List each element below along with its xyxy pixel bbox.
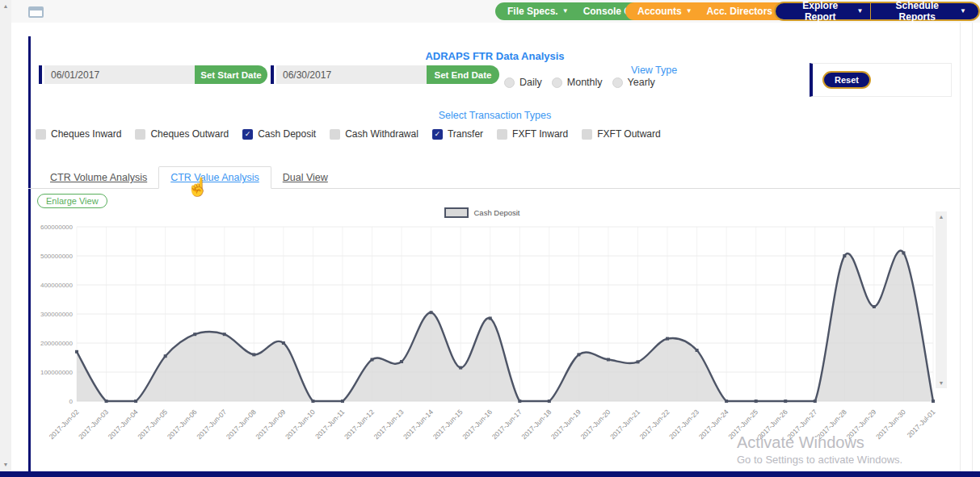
x-axis-tick-label: 2017-Jun-14 <box>402 408 435 441</box>
checked-checkbox-icon[interactable]: ✓ <box>242 129 253 140</box>
data-point-marker <box>164 354 167 358</box>
x-axis-tick-label: 2017-Jun-10 <box>284 408 317 441</box>
tab-ctr-volume-analysis[interactable]: CTR Volume Analysis <box>39 167 158 188</box>
divider <box>960 23 961 471</box>
enlarge-view-button[interactable]: Enlarge View <box>37 194 107 208</box>
scroll-up-icon[interactable]: ▲ <box>936 214 947 220</box>
end-date-input[interactable] <box>276 65 427 84</box>
scroll-up-icon[interactable]: ▲ <box>0 3 11 9</box>
view-type-radio-yearly[interactable]: Yearly <box>612 77 655 88</box>
chevron-down-icon: ▼ <box>960 8 966 15</box>
transaction-types-label: Select Transaction Types <box>28 110 961 121</box>
x-axis-tick-label: 2017-Jun-18 <box>519 408 553 441</box>
button-label: File Specs. <box>507 6 558 17</box>
data-point-marker <box>459 366 462 370</box>
data-point-marker <box>932 400 935 403</box>
x-axis-tick-label: 2017-Jun-12 <box>343 408 376 441</box>
unchecked-checkbox-icon[interactable] <box>135 129 145 140</box>
view-type-radio-group: DailyMonthlyYearly <box>504 76 655 89</box>
scroll-down-icon[interactable]: ▼ <box>936 380 947 386</box>
checkbox-cash-deposit[interactable]: ✓Cash Deposit <box>242 128 316 140</box>
checkbox-label: Cash Deposit <box>258 128 316 140</box>
reset-button[interactable]: Reset <box>822 71 871 89</box>
checkbox-fxft-outward[interactable]: FXFT Outward <box>582 128 660 140</box>
checkbox-label: Transfer <box>448 128 483 140</box>
x-axis-tick-label: 2017-Jun-11 <box>313 408 347 441</box>
watermark-line1: Activate Windows <box>737 433 902 452</box>
explore-report-button[interactable]: Explore Report▼ <box>780 3 870 19</box>
transaction-types-group: Cheques InwardCheques Outward✓Cash Depos… <box>36 128 661 140</box>
data-point-marker <box>548 400 551 403</box>
radio-icon[interactable] <box>612 77 623 88</box>
chevron-down-icon: ▼ <box>857 8 864 15</box>
set-end-date-button[interactable]: Set End Date <box>427 65 499 84</box>
accounts-button[interactable]: Accounts▼ <box>630 2 700 20</box>
area-fill <box>77 251 933 401</box>
y-axis-tick-label: 300000000 <box>40 311 74 318</box>
checkbox-cheques-outward[interactable]: Cheques Outward <box>135 128 229 140</box>
x-axis-tick-label: 2017-Jun-08 <box>225 408 258 441</box>
x-axis-tick-label: 2017-Jun-24 <box>697 408 730 441</box>
x-axis-tick-label: 2017-Jun-07 <box>195 408 228 441</box>
page-scrollbar-left[interactable]: ▲ ▼ <box>0 0 11 477</box>
tab-dual-view[interactable]: Dual View <box>271 167 339 188</box>
radio-icon[interactable] <box>552 77 562 88</box>
y-axis-tick-label: 500000000 <box>40 253 74 260</box>
data-point-marker <box>577 353 580 356</box>
y-axis-tick-label: 0 <box>69 398 74 405</box>
end-date-group: Set End Date <box>271 65 499 84</box>
checkbox-label: Cheques Outward <box>150 128 229 140</box>
reset-card: Reset <box>810 63 952 97</box>
tabs-bar: CTR Volume AnalysisCTR Value AnalysisDua… <box>28 167 960 189</box>
x-axis-tick-label: 2017-Jun-22 <box>638 408 671 441</box>
x-axis-tick-label: 2017-Jun-23 <box>667 408 700 441</box>
button-label: Accounts <box>637 6 682 17</box>
scroll-down-icon[interactable]: ▼ <box>0 462 11 467</box>
chart-scrollbar[interactable]: ▲ ▼ <box>936 211 947 388</box>
x-axis-tick-label: 2017-Jun-05 <box>136 408 169 441</box>
data-point-marker <box>814 400 817 403</box>
unchecked-checkbox-icon[interactable] <box>36 129 46 140</box>
x-axis-tick-label: 2017-Jun-03 <box>77 408 110 441</box>
x-axis-tick-label: 2017-Jun-19 <box>549 408 583 441</box>
checkbox-fxft-inward[interactable]: FXFT Inward <box>497 128 568 140</box>
unchecked-checkbox-icon[interactable] <box>582 129 592 140</box>
data-point-marker <box>75 350 78 354</box>
radio-label: Daily <box>519 77 542 88</box>
unchecked-checkbox-icon[interactable] <box>330 129 340 140</box>
data-point-marker <box>430 311 433 314</box>
unchecked-checkbox-icon[interactable] <box>497 129 507 140</box>
checkbox-transfer[interactable]: ✓Transfer <box>432 128 483 140</box>
x-axis-tick-label: 2017-Jun-04 <box>107 408 140 441</box>
button-label: Acc. Directors <box>707 6 772 17</box>
page-title: ADRAPS FTR Data Analysis <box>28 50 961 62</box>
x-axis-tick-label: 2017-Jun-09 <box>254 408 287 441</box>
data-point-marker <box>843 254 846 257</box>
x-axis-tick-label: 2017-Jun-21 <box>608 408 641 441</box>
checkbox-label: FXFT Outward <box>597 128 660 140</box>
file-specs-button[interactable]: File Specs.▼ <box>500 2 576 20</box>
data-point-marker <box>636 360 639 363</box>
y-axis-tick-label: 100000000 <box>40 369 74 376</box>
tab-ctr-value-analysis[interactable]: CTR Value Analysis <box>158 166 271 189</box>
data-point-marker <box>873 305 876 308</box>
checkbox-cash-withdrawal[interactable]: Cash Withdrawal <box>330 128 418 140</box>
page: ▲ ▼ File Specs.▼Console Ops.▼Accounts▼Ac… <box>0 0 980 477</box>
top-bar: File Specs.▼Console Ops.▼Accounts▼Acc. D… <box>11 0 980 23</box>
y-axis-tick-label: 400000000 <box>40 282 74 289</box>
start-date-input[interactable] <box>44 65 195 84</box>
data-point-marker <box>607 358 610 362</box>
checked-checkbox-icon[interactable]: ✓ <box>432 129 443 140</box>
watermark-line2: Go to Settings to activate Windows. <box>737 454 902 466</box>
schedule-reports-button[interactable]: Schedule Reports▼ <box>870 3 974 19</box>
window-toggle-icon[interactable] <box>28 6 44 18</box>
view-type-label: View Type <box>631 65 677 76</box>
bottom-bar <box>0 471 980 477</box>
checkbox-cheques-inward[interactable]: Cheques Inward <box>36 128 121 140</box>
start-date-group: Set Start Date <box>39 65 267 84</box>
radio-icon[interactable] <box>504 77 515 88</box>
view-type-radio-monthly[interactable]: Monthly <box>552 77 603 88</box>
navy-button-group: Explore Report▼Schedule Reports▼ <box>774 2 980 21</box>
view-type-radio-daily[interactable]: Daily <box>504 77 542 88</box>
set-start-date-button[interactable]: Set Start Date <box>195 65 267 84</box>
